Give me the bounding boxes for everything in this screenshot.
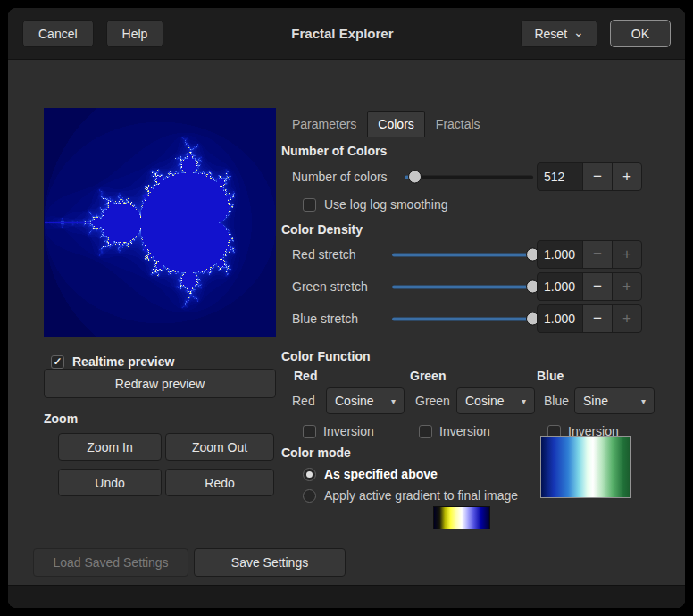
check-icon: ✓ xyxy=(53,356,62,367)
zoom-in-button[interactable]: Zoom In xyxy=(58,433,162,461)
red-inversion-group: ✓ Inversion xyxy=(303,422,374,440)
tab-parameters[interactable]: Parameters xyxy=(281,111,367,137)
colormap-preview xyxy=(433,506,490,529)
apply-gradient-label: Apply active gradient to final image xyxy=(324,488,518,503)
blue-column-header: Blue xyxy=(537,369,564,383)
dropdown-arrow-icon: ▾ xyxy=(391,396,396,406)
green-stretch-spinner: 1.000 − + xyxy=(537,272,642,301)
number-of-colors-heading: Number of Colors xyxy=(281,144,387,158)
red-function-select[interactable]: Cosine ▾ xyxy=(326,387,405,414)
slider-thumb[interactable] xyxy=(408,171,422,184)
red-inversion-label: Inversion xyxy=(323,424,374,438)
loglog-smoothing-checkbox[interactable]: ✓ xyxy=(303,198,316,212)
tabbar: Parameters Colors Fractals xyxy=(280,110,658,137)
slider-fill xyxy=(392,318,533,321)
tab-colors[interactable]: Colors xyxy=(367,111,424,137)
green-stretch-decrement-button[interactable]: − xyxy=(582,272,613,301)
realtime-preview-row: ✓ Realtime preview xyxy=(51,353,174,370)
plus-icon: + xyxy=(622,278,631,296)
undo-button[interactable]: Undo xyxy=(58,469,162,496)
minus-icon: − xyxy=(593,246,602,263)
blue-function-label: Blue xyxy=(544,394,569,408)
green-function-value: Cosine xyxy=(465,394,514,408)
realtime-preview-checkbox[interactable]: ✓ xyxy=(51,355,64,369)
slider-track xyxy=(405,176,533,179)
redraw-preview-button[interactable]: Redraw preview xyxy=(44,369,276,398)
red-inversion-checkbox[interactable]: ✓ xyxy=(303,425,316,438)
load-saved-settings-button: Load Saved Settings xyxy=(33,548,188,577)
red-column-header: Red xyxy=(294,369,317,383)
green-stretch-increment-button: + xyxy=(612,272,642,301)
slider-fill xyxy=(392,286,533,289)
green-function-label: Green xyxy=(415,394,450,408)
reset-button[interactable]: Reset ⌄ xyxy=(521,20,597,47)
green-stretch-row: Green stretch 1.000 − + xyxy=(280,271,658,302)
color-mode-heading: Color mode xyxy=(281,445,351,460)
as-specified-label: As specified above xyxy=(324,467,438,481)
save-settings-button[interactable]: Save Settings xyxy=(194,548,346,577)
red-stretch-label: Red stretch xyxy=(292,247,356,262)
color-density-heading: Color Density xyxy=(281,222,363,237)
plus-icon: + xyxy=(622,246,631,263)
green-function-select[interactable]: Cosine ▾ xyxy=(456,387,535,414)
blue-stretch-label: Blue stretch xyxy=(292,312,358,326)
apply-gradient-radio[interactable] xyxy=(303,489,316,503)
red-stretch-row: Red stretch 1.000 − + xyxy=(280,239,658,270)
green-column-header: Green xyxy=(410,369,446,383)
number-of-colors-label: Number of colors xyxy=(292,170,388,184)
red-stretch-increment-button: + xyxy=(612,240,642,269)
blue-stretch-spinner: 1.000 − + xyxy=(537,304,642,333)
blue-function-value: Sine xyxy=(583,394,634,408)
as-specified-radio[interactable] xyxy=(303,468,316,481)
number-of-colors-decrement-button[interactable]: − xyxy=(582,162,613,191)
blue-stretch-decrement-button[interactable]: − xyxy=(582,304,613,333)
number-of-colors-spinner: 512 − + xyxy=(537,162,642,191)
blue-stretch-increment-button: + xyxy=(612,304,642,333)
fractal-preview[interactable] xyxy=(44,108,276,337)
red-stretch-spinner: 1.000 − + xyxy=(537,240,642,269)
fractal-explorer-dialog: Cancel Help Fractal Explorer Reset ⌄ OK … xyxy=(8,8,685,608)
dropdown-arrow-icon: ▾ xyxy=(641,396,646,406)
dialog-title: Fractal Explorer xyxy=(176,26,508,41)
blue-stretch-row: Blue stretch 1.000 − + xyxy=(280,304,658,334)
mode-option-gradient: Apply active gradient to final image xyxy=(303,487,518,504)
green-inversion-label: Inversion xyxy=(439,424,490,438)
window-bottom-edge xyxy=(8,585,685,608)
help-button[interactable]: Help xyxy=(106,20,164,47)
dropdown-arrow-icon: ▾ xyxy=(522,396,526,406)
tab-fractals[interactable]: Fractals xyxy=(425,111,491,137)
color-function-heading: Color Function xyxy=(281,349,371,363)
blue-stretch-slider[interactable] xyxy=(392,312,533,326)
loglog-smoothing-label: Use log log smoothing xyxy=(324,197,448,212)
mode-option-specified: As specified above xyxy=(303,465,438,483)
active-gradient-preview[interactable] xyxy=(540,436,631,498)
minus-icon: − xyxy=(593,310,602,328)
blue-stretch-value[interactable]: 1.000 xyxy=(537,304,583,333)
redo-button[interactable]: Redo xyxy=(165,469,274,496)
plus-icon: + xyxy=(622,310,631,328)
red-stretch-value[interactable]: 1.000 xyxy=(537,240,583,269)
colors-tab-panel: Parameters Colors Fractals Number of Col… xyxy=(280,106,658,544)
loglog-smoothing-row: ✓ Use log log smoothing xyxy=(303,196,448,213)
minus-icon: − xyxy=(593,168,602,186)
green-inversion-checkbox[interactable]: ✓ xyxy=(419,425,432,438)
zoom-out-button[interactable]: Zoom Out xyxy=(165,433,274,461)
green-stretch-value[interactable]: 1.000 xyxy=(537,272,583,301)
number-of-colors-slider[interactable] xyxy=(405,171,533,184)
realtime-preview-label: Realtime preview xyxy=(72,354,174,369)
green-stretch-slider[interactable] xyxy=(392,280,533,294)
blue-function-select[interactable]: Sine ▾ xyxy=(574,387,655,414)
slider-fill xyxy=(392,254,533,257)
minus-icon: − xyxy=(593,278,602,296)
radio-dot xyxy=(306,471,313,478)
ok-button[interactable]: OK xyxy=(610,20,671,47)
number-of-colors-value[interactable]: 512 xyxy=(537,162,583,191)
red-stretch-decrement-button[interactable]: − xyxy=(582,240,613,269)
titlebar: Cancel Help Fractal Explorer Reset ⌄ OK xyxy=(8,8,685,60)
zoom-heading: Zoom xyxy=(44,412,78,426)
red-stretch-slider[interactable] xyxy=(392,248,533,262)
red-function-label: Red xyxy=(292,394,315,408)
number-of-colors-increment-button[interactable]: + xyxy=(612,162,642,191)
cancel-button[interactable]: Cancel xyxy=(22,20,94,47)
green-stretch-label: Green stretch xyxy=(292,279,368,294)
